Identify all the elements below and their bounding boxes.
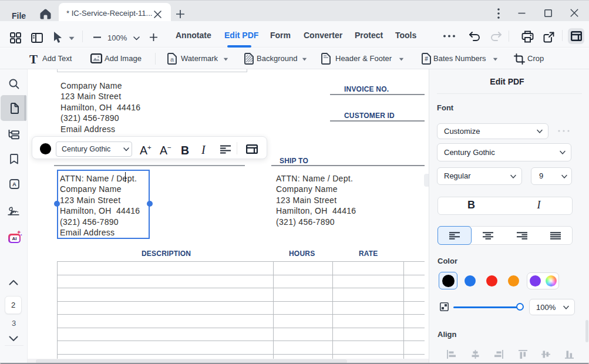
svg-text:#: # xyxy=(425,56,428,62)
svg-text:A: A xyxy=(12,181,16,187)
svg-text:a: a xyxy=(170,56,174,63)
